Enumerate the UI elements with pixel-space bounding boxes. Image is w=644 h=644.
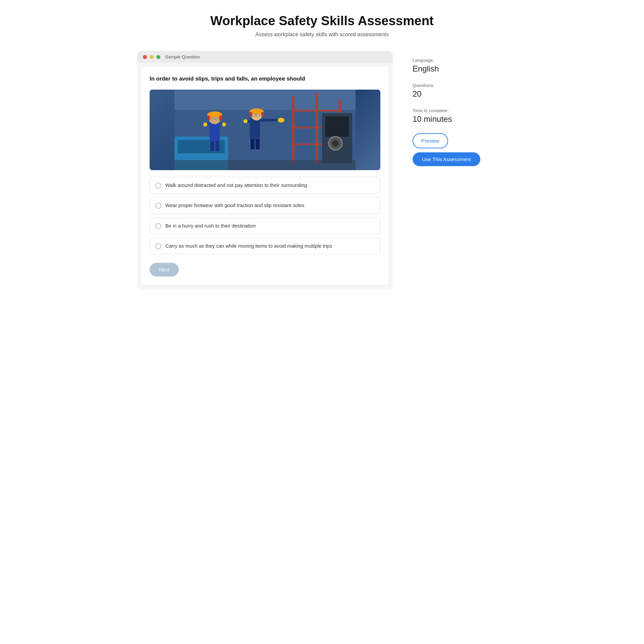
svg-rect-5 — [292, 110, 341, 112]
sidebar: Language: English Questions: 20 Time to … — [413, 51, 506, 166]
dot-yellow-icon — [150, 55, 154, 59]
answer-options: Walk around distracted and not pay atten… — [150, 177, 380, 255]
answer-option-3[interactable]: Be in a hurry and rush to their destinat… — [150, 217, 380, 235]
svg-point-24 — [203, 122, 207, 127]
svg-rect-36 — [260, 119, 280, 121]
time-meta: Time to complete: 10 minutes — [413, 108, 506, 124]
svg-rect-26 — [210, 141, 214, 151]
svg-rect-42 — [174, 160, 356, 170]
answer-text-2: Wear proper footwear with good traction … — [165, 202, 305, 209]
time-label: Time to complete: — [413, 108, 506, 113]
answer-text-4: Carry as much as they can while moving i… — [165, 243, 332, 250]
svg-rect-41 — [256, 139, 260, 149]
svg-point-39 — [244, 119, 248, 123]
answer-option-1[interactable]: Walk around distracted and not pay atten… — [150, 177, 380, 194]
answer-option-2[interactable]: Wear proper footwear with good traction … — [150, 197, 380, 214]
svg-rect-40 — [251, 139, 255, 149]
svg-rect-18 — [207, 115, 210, 120]
questions-meta: Questions: 20 — [413, 83, 506, 99]
card-body: In order to avoid slips, trips and falls… — [142, 67, 388, 285]
answer-option-4[interactable]: Carry as much as they can while moving i… — [150, 238, 380, 255]
card-titlebar: Sample Question — [138, 51, 392, 63]
page-title: Workplace Safety Skills Assessment — [7, 13, 637, 28]
svg-rect-19 — [219, 115, 222, 120]
next-button[interactable]: Next — [150, 263, 179, 277]
svg-rect-27 — [215, 141, 219, 151]
svg-rect-2 — [292, 96, 294, 163]
svg-point-11 — [332, 140, 339, 147]
question-text: In order to avoid slips, trips and falls… — [150, 75, 380, 83]
question-image — [150, 90, 380, 170]
svg-rect-33 — [261, 112, 264, 117]
answer-text-1: Walk around distracted and not pay atten… — [165, 182, 307, 189]
language-value: English — [413, 64, 506, 73]
radio-circle-2 — [155, 203, 161, 209]
language-label: Language: — [413, 58, 506, 63]
radio-circle-1 — [155, 183, 161, 189]
language-meta: Language: English — [413, 58, 506, 73]
use-assessment-button[interactable]: Use This Assessment — [413, 152, 480, 166]
answer-text-3: Be in a hurry and rush to their destinat… — [165, 222, 256, 230]
radio-circle-3 — [155, 223, 161, 229]
dot-red-icon — [143, 55, 147, 59]
dot-green-icon — [156, 55, 160, 59]
page-subtitle: Assess workplace safety skills with scor… — [7, 32, 637, 38]
titlebar-label: Sample Question — [165, 54, 200, 59]
questions-value: 20 — [413, 89, 506, 99]
preview-card: Sample Question In order to avoid slips,… — [138, 51, 392, 289]
svg-rect-9 — [325, 116, 349, 137]
preview-button[interactable]: Preview — [413, 133, 448, 148]
sidebar-buttons: Preview Use This Assessment — [413, 133, 506, 166]
time-value: 10 minutes — [413, 114, 506, 124]
main-layout: Sample Question In order to avoid slips,… — [138, 51, 506, 289]
svg-rect-14 — [210, 121, 220, 142]
page-header: Workplace Safety Skills Assessment Asses… — [7, 13, 637, 38]
svg-point-25 — [222, 122, 226, 127]
svg-rect-28 — [250, 118, 260, 140]
questions-label: Questions: — [413, 83, 506, 88]
svg-point-37 — [278, 118, 284, 122]
svg-rect-32 — [250, 112, 252, 117]
svg-rect-17 — [208, 114, 221, 117]
radio-circle-4 — [155, 243, 161, 249]
